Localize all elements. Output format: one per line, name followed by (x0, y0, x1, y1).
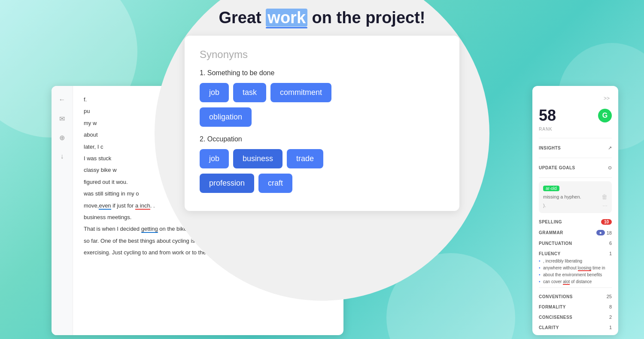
main-heading: Great work on the project! (219, 9, 425, 27)
grammar-row: GRAMMAR ● 18 (539, 227, 612, 238)
grammar-value: 18 (607, 230, 612, 235)
punctuation-value: 6 (609, 241, 612, 246)
synonym-task[interactable]: task (233, 83, 266, 102)
card-title: Synonyms (200, 49, 444, 61)
fluency-value: 1 (609, 251, 612, 256)
grammar-label: GRAMMAR (539, 230, 563, 235)
vocabulary-row: VOCABULARY 1 (539, 333, 612, 335)
punctuation-row: PUNCTUATION 6 (539, 238, 612, 248)
synonym-trade[interactable]: trade (287, 149, 323, 168)
divider (539, 138, 612, 138)
synonyms-card: Synonyms 1. Something to be done job tas… (185, 36, 459, 211)
notification-note: ). (543, 203, 546, 208)
insights-row: INSIGHTS ↗ (539, 142, 612, 154)
conventions-label: CONVENTIONS (539, 294, 573, 299)
conventions-value: 25 (607, 294, 612, 299)
bullet-item: , incredibly liberating (539, 259, 612, 263)
notification-box: ar-old missing a hyphen. 🗑 ). ··· (539, 181, 612, 213)
highlighted-word: work (266, 9, 307, 27)
score-panel: >> 58 G RANK INSIGHTS ↗ UPDATE GOALS ⊙ a… (532, 86, 618, 335)
editor-sidebar: ← ✉ ⊕ ↓ (52, 86, 73, 335)
formality-value: 8 (609, 304, 612, 309)
grammar-badge: ● (596, 230, 605, 235)
section-1-synonyms: job task commitment (200, 83, 444, 102)
bullet-item: can cover alot of distance (539, 279, 612, 284)
clarity-label: CLARITY (539, 325, 559, 330)
synonym-obligation[interactable]: obligation (200, 107, 252, 127)
forward-arrows[interactable]: >> (601, 95, 612, 102)
update-goals-icon[interactable]: ⊙ (608, 165, 612, 171)
insights-label: INSIGHTS (539, 146, 561, 150)
score-number: 58 (539, 107, 556, 125)
spelling-row: SPELLING 10 (539, 217, 612, 227)
section-2-title: Occupation (207, 135, 242, 143)
section-2-number: 2. (200, 135, 205, 143)
more-icon[interactable]: ··· (602, 202, 608, 209)
divider (539, 158, 612, 158)
section-2-synonyms-row2: profession craft (200, 174, 444, 193)
section-1-label: 1. Something to be done (200, 69, 444, 77)
insights-icon[interactable]: ↗ (608, 145, 612, 151)
conciseness-row: CONCISENESS 2 (539, 312, 612, 322)
spelling-label: SPELLING (539, 220, 562, 224)
conciseness-value: 2 (609, 315, 612, 320)
fluency-row: FLUENCY 1 (539, 248, 612, 259)
score-header: 58 G (539, 107, 612, 125)
divider (539, 177, 612, 178)
add-icon[interactable]: ⊕ (57, 132, 67, 143)
notification-tag: ar-old (543, 186, 559, 191)
fluency-label: FLUENCY (539, 251, 561, 256)
divider (539, 287, 612, 288)
bullet-item: about the environment benefits (539, 272, 612, 277)
email-icon[interactable]: ✉ (57, 113, 67, 124)
section-2-label: 2. Occupation (200, 135, 444, 143)
synonym-job-2[interactable]: job (200, 149, 229, 168)
synonym-profession[interactable]: profession (200, 174, 254, 193)
conventions-row: CONVENTIONS 25 (539, 291, 612, 302)
bullet-list: , incredibly liberating anywhere without… (539, 259, 612, 284)
clarity-row: CLARITY 1 (539, 322, 612, 333)
grammarly-icon: G (598, 109, 612, 122)
formality-row: FORMALITY 8 (539, 302, 612, 312)
synonym-job-1[interactable]: job (200, 83, 229, 102)
section-1-number: 1. (200, 69, 205, 76)
heading-prefix: Great (219, 9, 266, 27)
synonym-craft[interactable]: craft (258, 174, 292, 193)
clarity-value: 1 (609, 325, 612, 330)
formality-label: FORMALITY (539, 305, 566, 309)
punctuation-label: PUNCTUATION (539, 241, 572, 246)
download-icon[interactable]: ↓ (57, 151, 67, 162)
conciseness-label: CONCISENESS (539, 315, 572, 320)
update-goals-row: UPDATE GOALS ⊙ (539, 162, 612, 174)
bullet-item: anywhere without loosing time in (539, 266, 612, 270)
section-1-synonyms-row2: obligation (200, 107, 444, 127)
synonym-commitment[interactable]: commitment (270, 83, 331, 102)
delete-icon[interactable]: 🗑 (601, 193, 608, 200)
rank-label: RANK (539, 127, 612, 131)
notification-text: missing a hyphen. (543, 194, 581, 199)
update-goals-label: UPDATE GOALS (539, 165, 575, 170)
synonym-business[interactable]: business (233, 149, 283, 168)
panel-arrows: >> (539, 95, 612, 102)
section-2-synonyms: job business trade (200, 149, 444, 168)
heading-suffix: on the project! (307, 9, 425, 27)
spelling-badge: 10 (601, 219, 612, 225)
back-icon[interactable]: ← (57, 95, 67, 105)
section-1-title: Something to be done (207, 69, 275, 76)
